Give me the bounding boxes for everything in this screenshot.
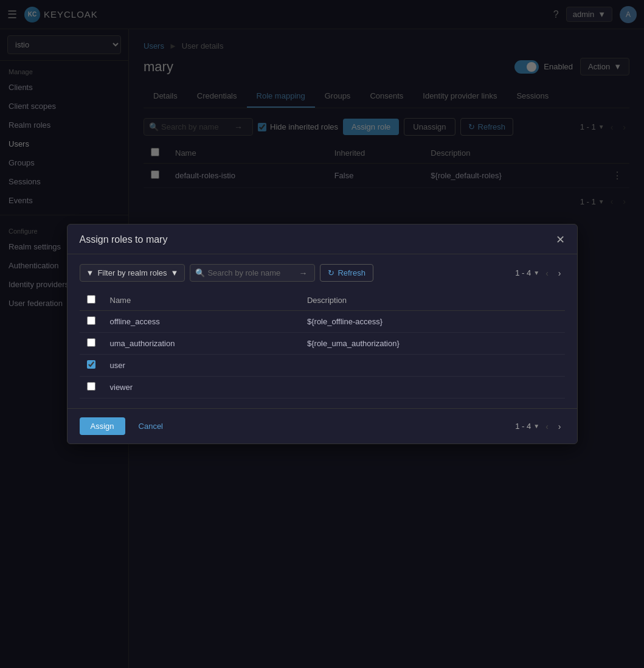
modal-cell-name: user bbox=[103, 355, 300, 377]
modal-row-checkbox[interactable] bbox=[87, 382, 95, 391]
modal-overlay: Assign roles to mary ✕ ▼ Filter by realm… bbox=[0, 0, 644, 668]
modal-pagination-next[interactable]: › bbox=[555, 267, 565, 279]
modal-refresh-label: Refresh bbox=[338, 268, 365, 277]
modal-footer-pagination: 1 - 4 ▼ ‹ › bbox=[515, 420, 564, 433]
filter-label: Filter by realm roles bbox=[97, 268, 167, 277]
modal-title: Assign roles to mary bbox=[80, 234, 168, 245]
modal-footer-prev[interactable]: ‹ bbox=[542, 420, 552, 433]
list-item: user bbox=[80, 355, 565, 377]
cancel-button[interactable]: Cancel bbox=[130, 417, 171, 435]
modal-search-wrap: 🔍 → bbox=[190, 264, 315, 282]
modal-pagination-count: 1 - 4 bbox=[515, 268, 531, 277]
modal-footer-count: 1 - 4 bbox=[515, 422, 531, 431]
modal-col-name: Name bbox=[103, 290, 300, 311]
modal-body: ▼ Filter by realm roles ▼ 🔍 → ↻ Refresh … bbox=[68, 254, 577, 408]
modal-roles-table: Name Description offline_access ${role_o… bbox=[80, 290, 565, 398]
modal-footer-actions: Assign Cancel bbox=[80, 417, 172, 435]
modal-col-description: Description bbox=[300, 290, 565, 311]
modal-search-submit[interactable]: → bbox=[296, 266, 310, 280]
modal-cell-description: ${role_offline-access} bbox=[300, 311, 565, 333]
modal-search-input[interactable] bbox=[205, 265, 296, 281]
modal-footer: Assign Cancel 1 - 4 ▼ ‹ › bbox=[68, 408, 577, 444]
modal-select-all[interactable] bbox=[87, 295, 95, 304]
list-item: viewer bbox=[80, 377, 565, 398]
modal-header: Assign roles to mary ✕ bbox=[68, 224, 577, 254]
modal-footer-dropdown[interactable]: ▼ bbox=[533, 423, 539, 430]
modal-cell-description bbox=[300, 355, 565, 377]
modal-cell-description: ${role_uma_authorization} bbox=[300, 333, 565, 355]
list-item: offline_access ${role_offline-access} bbox=[80, 311, 565, 333]
modal-pagination-prev[interactable]: ‹ bbox=[542, 267, 552, 279]
modal-toolbar: ▼ Filter by realm roles ▼ 🔍 → ↻ Refresh … bbox=[80, 264, 565, 282]
modal-cell-name: uma_authorization bbox=[103, 333, 300, 355]
filter-button[interactable]: ▼ Filter by realm roles ▼ bbox=[80, 264, 185, 282]
list-item: uma_authorization ${role_uma_authorizati… bbox=[80, 333, 565, 355]
filter-dropdown-icon: ▼ bbox=[171, 268, 179, 277]
modal-pagination-top: 1 - 4 ▼ ‹ › bbox=[515, 267, 564, 279]
assign-button[interactable]: Assign bbox=[80, 417, 125, 435]
modal-cell-description bbox=[300, 377, 565, 398]
modal-refresh-button[interactable]: ↻ Refresh bbox=[320, 264, 373, 282]
modal-row-checkbox[interactable] bbox=[87, 316, 95, 325]
modal-cell-name: offline_access bbox=[103, 311, 300, 333]
modal-footer-next[interactable]: › bbox=[555, 420, 565, 433]
modal-pagination-dropdown[interactable]: ▼ bbox=[533, 270, 539, 276]
filter-icon: ▼ bbox=[86, 268, 94, 277]
modal-row-checkbox[interactable] bbox=[87, 360, 95, 369]
assign-roles-modal: Assign roles to mary ✕ ▼ Filter by realm… bbox=[67, 224, 578, 444]
modal-row-checkbox[interactable] bbox=[87, 338, 95, 347]
modal-search-icon: 🔍 bbox=[195, 268, 205, 277]
modal-close-button[interactable]: ✕ bbox=[556, 234, 565, 245]
modal-refresh-icon: ↻ bbox=[328, 268, 334, 277]
modal-cell-name: viewer bbox=[103, 377, 300, 398]
